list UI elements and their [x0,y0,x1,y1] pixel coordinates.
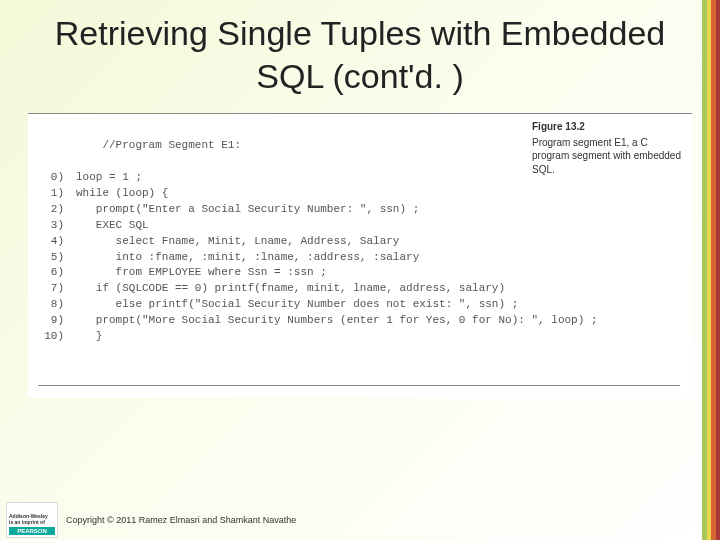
decorative-stripes [702,0,720,540]
line-text: from EMPLOYEE where Ssn = :ssn ; [76,266,327,278]
code-line: 3) EXEC SQL [38,218,680,234]
line-text: select Fname, Minit, Lname, Address, Sal… [76,235,399,247]
line-number: 6) [38,265,64,281]
line-number: 3) [38,218,64,234]
slide-title: Retrieving Single Tuples with Embedded S… [0,0,720,105]
publisher-logo: Addison-Wesley is an imprint of PEARSON [6,502,58,538]
line-number: 1) [38,186,64,202]
line-text: loop = 1 ; [76,171,142,183]
code-line: 8) else printf("Social Security Number d… [38,297,680,313]
line-text: prompt("Enter a Social Security Number: … [76,203,419,215]
line-text: } [76,330,102,342]
code-comment: //Program Segment E1: [64,139,241,151]
line-number: 8) [38,297,64,313]
line-number: 9) [38,313,64,329]
line-number: 4) [38,234,64,250]
code-line: 1)while (loop) { [38,186,680,202]
code-line: 2) prompt("Enter a Social Security Numbe… [38,202,680,218]
line-text: EXEC SQL [76,219,149,231]
line-text: else printf("Social Security Number does… [76,298,518,310]
line-number: 10) [38,329,64,345]
line-text: prompt("More Social Security Numbers (en… [76,314,598,326]
code-line: 5) into :fname, :minit, :lname, :address… [38,250,680,266]
figure-label: Figure 13.2 [532,120,682,134]
code-line: 10) } [38,329,680,345]
line-number: 0) [38,170,64,186]
figure-caption: Figure 13.2 Program segment E1, a C prog… [532,120,682,176]
line-number: 7) [38,281,64,297]
code-line: 7) if (SQLCODE == 0) printf(fname, minit… [38,281,680,297]
publisher-brand: PEARSON [9,527,55,535]
figure-caption-text: Program segment E1, a C program segment … [532,137,681,175]
line-text: while (loop) { [76,187,168,199]
line-text: if (SQLCODE == 0) printf(fname, minit, l… [76,282,505,294]
code-line: 9) prompt("More Social Security Numbers … [38,313,680,329]
line-text: into :fname, :minit, :lname, :address, :… [76,251,419,263]
line-number: 5) [38,250,64,266]
code-line: 6) from EMPLOYEE where Ssn = :ssn ; [38,265,680,281]
imprint-line: is an imprint of [9,520,55,526]
footer: Addison-Wesley is an imprint of PEARSON … [0,502,296,538]
line-number: 2) [38,202,64,218]
code-line: 4) select Fname, Minit, Lname, Address, … [38,234,680,250]
copyright-text: Copyright © 2011 Ramez Elmasri and Shamk… [66,515,296,525]
figure-panel: Figure 13.2 Program segment E1, a C prog… [28,113,692,398]
